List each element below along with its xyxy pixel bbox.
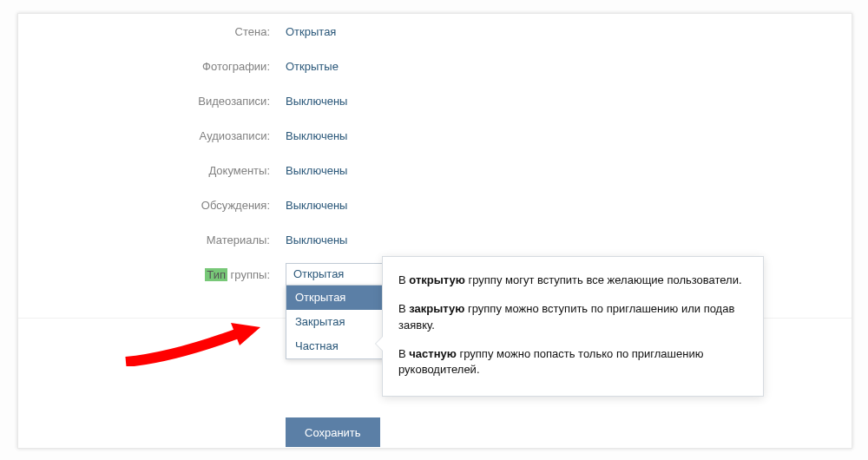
tooltip-line-1: В открытую группу могут вступить все жел… [398,273,746,289]
setting-row: Стена:Открытая [18,14,852,49]
group-type-option[interactable]: Открытая [286,286,398,310]
group-type-selected-text: Открытая [293,264,344,285]
setting-label: Аудиозаписи: [18,129,286,142]
setting-row: Видеозаписи:Выключены [18,83,852,118]
setting-value-link[interactable]: Выключены [286,164,347,177]
group-type-option[interactable]: Закрытая [286,310,398,334]
setting-value-link[interactable]: Выключены [286,129,347,142]
group-type-tooltip: В открытую группу могут вступить все жел… [382,256,764,397]
setting-label: Стена: [18,25,286,38]
setting-row: Аудиозаписи:Выключены [18,118,852,153]
setting-value-link[interactable]: Выключены [286,199,347,212]
setting-row: Фотографии:Открытые [18,49,852,83]
tooltip-arrow-icon [376,337,383,351]
label-group-type-highlight: Тип [205,268,227,281]
setting-value-link[interactable]: Выключены [286,95,347,108]
setting-label: Фотографии: [18,60,286,73]
label-group-type: Тип группы: [18,268,286,281]
setting-row: Обсуждения:Выключены [18,187,852,222]
tooltip-line-2: В закрытую группу можно вступить по приг… [398,301,746,334]
setting-value-link[interactable]: Открытая [286,25,336,38]
label-group-type-rest: группы [227,268,266,281]
setting-value-link[interactable]: Открытые [286,60,339,73]
setting-label: Видеозаписи: [18,95,286,108]
setting-label: Обсуждения: [18,199,286,212]
settings-rows: Стена:ОткрытаяФотографии:ОткрытыеВидеоза… [18,14,852,257]
tooltip-line-3: В частную группу можно попасть только по… [398,346,746,379]
setting-value-link[interactable]: Выключены [286,233,347,246]
setting-row: Материалы:Выключены [18,222,852,257]
setting-row: Документы:Выключены [18,153,852,187]
save-button[interactable]: Сохранить [286,417,380,447]
setting-label: Документы: [18,164,286,177]
setting-label: Материалы: [18,233,286,246]
